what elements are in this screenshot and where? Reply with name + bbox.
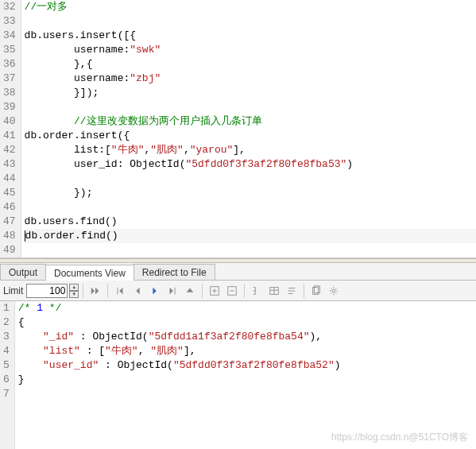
line-number: 43 bbox=[3, 157, 16, 172]
limit-spinner[interactable]: ▲ ▼ bbox=[69, 284, 79, 298]
table-view-icon[interactable] bbox=[266, 283, 282, 299]
code-line[interactable]: }]); bbox=[25, 86, 476, 100]
line-number: 44 bbox=[3, 172, 16, 186]
line-number: 1 bbox=[3, 301, 10, 315]
result-line[interactable]: "list" : ["牛肉", "肌肉"], bbox=[18, 344, 476, 358]
code-line[interactable] bbox=[25, 243, 476, 257]
code-line[interactable]: }); bbox=[25, 186, 476, 200]
code-editor[interactable]: 323334353637383940414243444546474849 //一… bbox=[0, 0, 476, 258]
line-number: 35 bbox=[3, 43, 16, 57]
svg-point-5 bbox=[333, 289, 336, 292]
code-line[interactable]: username:"swk" bbox=[25, 43, 476, 57]
code-line[interactable]: //一对多 bbox=[25, 0, 476, 14]
line-number: 49 bbox=[3, 243, 16, 257]
toolbar-separator bbox=[202, 284, 203, 298]
fast-forward-icon[interactable] bbox=[87, 283, 103, 299]
code-line[interactable]: db.order.find() bbox=[25, 229, 476, 243]
settings-gear-icon[interactable] bbox=[326, 283, 342, 299]
result-line[interactable]: { bbox=[18, 315, 476, 330]
first-page-icon[interactable] bbox=[112, 283, 128, 299]
code-line[interactable]: db.order.insert({ bbox=[25, 129, 476, 143]
line-number: 4 bbox=[3, 344, 10, 358]
spinner-up-icon[interactable]: ▲ bbox=[69, 284, 79, 291]
prev-page-icon[interactable] bbox=[130, 283, 145, 299]
line-number: 48 bbox=[3, 229, 16, 243]
line-number: 2 bbox=[3, 315, 10, 330]
code-line[interactable]: db.users.insert([{ bbox=[25, 29, 476, 43]
code-line[interactable]: username:"zbj" bbox=[25, 72, 476, 86]
result-line[interactable]: "user_id" : ObjectId("5dfdd0f3f3af2f80fe… bbox=[18, 358, 476, 373]
result-line[interactable]: /* 1 */ bbox=[18, 301, 476, 315]
line-number: 47 bbox=[3, 215, 16, 229]
tab-redirect-to-file[interactable]: Redirect to File bbox=[134, 264, 215, 280]
code-line[interactable] bbox=[25, 14, 476, 29]
result-gutter: 1234567 bbox=[0, 301, 15, 449]
add-row-icon[interactable] bbox=[207, 283, 223, 299]
tab-documents-view[interactable]: Documents View bbox=[45, 265, 134, 281]
code-line[interactable]: list:["牛肉","肌肉","yarou"], bbox=[25, 143, 476, 157]
line-number: 39 bbox=[3, 100, 16, 114]
copy-icon[interactable] bbox=[308, 283, 324, 299]
result-line[interactable]: "_id" : ObjectId("5dfdd1a1f3af2f80fe8fba… bbox=[18, 330, 476, 344]
code-line[interactable] bbox=[25, 172, 476, 186]
result-pane[interactable]: 1234567 /* 1 */{ "_id" : ObjectId("5dfdd… bbox=[0, 301, 476, 449]
next-page-icon[interactable] bbox=[147, 283, 163, 299]
code-line[interactable]: },{ bbox=[25, 57, 476, 72]
code-line[interactable]: //这里改变数据为两个用户插入几条订单 bbox=[25, 114, 476, 129]
line-number: 38 bbox=[3, 86, 16, 100]
line-number: 6 bbox=[3, 373, 10, 387]
code-line[interactable] bbox=[25, 100, 476, 114]
line-number: 46 bbox=[3, 200, 16, 215]
line-number: 32 bbox=[3, 0, 16, 14]
limit-label: Limit bbox=[3, 285, 23, 296]
code-line[interactable]: user_id: ObjectId("5dfdd0f3f3af2f80fe8fb… bbox=[25, 157, 476, 172]
tab-output[interactable]: Output bbox=[0, 264, 46, 280]
line-number: 7 bbox=[3, 387, 10, 401]
code-line[interactable]: db.users.find() bbox=[25, 215, 476, 229]
limit-input[interactable] bbox=[26, 284, 68, 298]
code-line[interactable] bbox=[25, 200, 476, 215]
toolbar-separator bbox=[83, 284, 83, 298]
line-number: 33 bbox=[3, 14, 16, 29]
result-line[interactable]: } bbox=[18, 373, 476, 387]
text-view-icon[interactable] bbox=[284, 283, 300, 299]
up-icon[interactable] bbox=[182, 283, 198, 299]
editor-gutter: 323334353637383940414243444546474849 bbox=[0, 0, 21, 257]
result-toolbar: Limit ▲ ▼ bbox=[0, 281, 476, 301]
result-tabs: OutputDocuments ViewRedirect to File bbox=[0, 263, 476, 281]
line-number: 5 bbox=[3, 358, 10, 373]
line-number: 41 bbox=[3, 129, 16, 143]
spinner-down-icon[interactable]: ▼ bbox=[69, 291, 79, 298]
editor-code-area[interactable]: //一对多db.users.insert([{ username:"swk" }… bbox=[21, 0, 476, 257]
toolbar-separator bbox=[304, 284, 304, 298]
line-number: 45 bbox=[3, 186, 16, 200]
result-code-area[interactable]: /* 1 */{ "_id" : ObjectId("5dfdd1a1f3af2… bbox=[15, 301, 476, 449]
result-line[interactable] bbox=[18, 387, 476, 401]
toolbar-separator bbox=[107, 284, 108, 298]
line-number: 34 bbox=[3, 29, 16, 43]
line-number: 36 bbox=[3, 57, 16, 72]
line-number: 42 bbox=[3, 143, 16, 157]
tree-view-icon[interactable] bbox=[249, 283, 265, 299]
line-number: 37 bbox=[3, 72, 16, 86]
toolbar-separator bbox=[244, 284, 245, 298]
last-page-icon[interactable] bbox=[164, 283, 180, 299]
delete-row-icon[interactable] bbox=[224, 283, 240, 299]
line-number: 3 bbox=[3, 330, 10, 344]
line-number: 40 bbox=[3, 114, 16, 129]
